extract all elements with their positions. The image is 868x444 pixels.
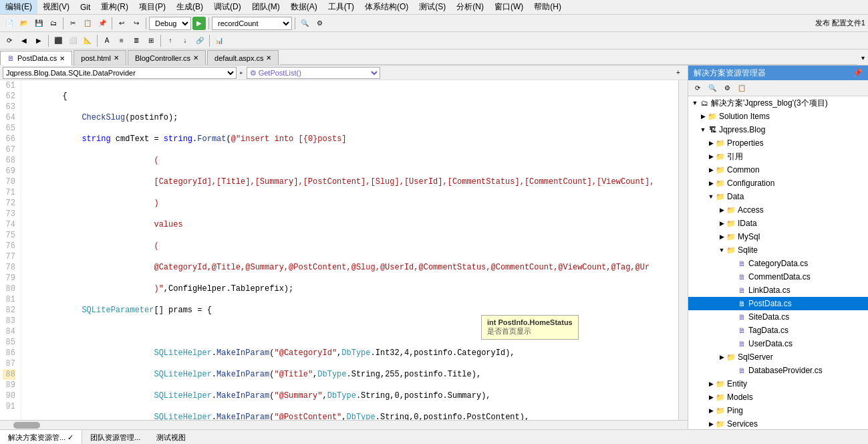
tab-postdata[interactable]: 🗎 PostData.cs ✕ (0, 51, 72, 66)
se-dbprovider[interactable]: 🗎 DatabaseProvider.cs (688, 364, 868, 377)
se-services[interactable]: ▶ 📁 Services (688, 417, 868, 429)
menu-build[interactable]: 生成(B) (171, 0, 208, 14)
menu-debug[interactable]: 调试(D) (208, 0, 247, 14)
tab-blogcontroller[interactable]: BlogController.cs ✕ (128, 50, 206, 65)
tb2-btn7[interactable]: A (100, 34, 114, 47)
menu-analyze[interactable]: 分析(N) (451, 0, 489, 14)
se-mysql[interactable]: ▶ 📁 MySql (688, 230, 868, 243)
tb2-btn14[interactable]: 📊 (212, 34, 226, 47)
se-references[interactable]: ▶ 📁 引用 (688, 150, 868, 163)
menu-project[interactable]: 项目(P) (134, 0, 171, 14)
cut-btn[interactable]: ✂ (66, 17, 80, 30)
tab-default-aspx-close[interactable]: ✕ (266, 54, 271, 62)
se-entity-arrow: ▶ (707, 380, 715, 387)
se-btn3[interactable]: ⚙ (720, 82, 734, 95)
bottom-tab-testview[interactable]: 测试视图 (148, 430, 194, 444)
run-btn[interactable]: ▶ (192, 17, 206, 30)
se-pin[interactable]: 📌 (853, 68, 863, 78)
tb2-btn4[interactable]: ⬛ (51, 34, 65, 47)
se-categorydata[interactable]: 🗎 CategoryData.cs (688, 257, 868, 270)
tb2-btn8[interactable]: ≡ (115, 34, 128, 47)
horizontal-scrollbar[interactable] (0, 420, 688, 429)
tab-default-aspx[interactable]: default.aspx.cs ✕ (207, 50, 279, 65)
menu-edit[interactable]: 编辑(E) (0, 0, 37, 14)
tb2-btn3[interactable]: ▶ (32, 34, 45, 47)
se-services-label: Services (727, 419, 758, 429)
copy-btn[interactable]: 📋 (81, 17, 94, 30)
tb2-btn13[interactable]: 🔗 (193, 34, 206, 47)
se-solution-items[interactable]: ▶ 📁 Solution Items (688, 110, 868, 123)
se-entity[interactable]: ▶ 📁 Entity (688, 377, 868, 391)
se-properties[interactable]: ▶ 📁 Properties (688, 136, 868, 150)
bottom-tab-solution[interactable]: 解决方案资源管... ✓ (0, 430, 82, 444)
editor-content: 61 62 63 64 65 66 67 68 69 70 71 72 73 7… (0, 80, 688, 420)
menu-team[interactable]: 团队(M) (247, 0, 285, 14)
tb2-btn2[interactable]: ◀ (17, 34, 31, 47)
menu-refactor[interactable]: 重构(R) (96, 0, 134, 14)
more-btn[interactable]: ⚙ (313, 17, 326, 30)
menu-test[interactable]: 测试(S) (414, 0, 451, 14)
tb2-btn12[interactable]: ↓ (178, 34, 192, 47)
tab-scroll-btn[interactable]: ▾ (857, 50, 868, 65)
undo-btn[interactable]: ↩ (115, 17, 128, 30)
tab-blogcontroller-close[interactable]: ✕ (193, 54, 198, 62)
se-btn1[interactable]: ⟳ (691, 82, 704, 95)
se-idata[interactable]: ▶ 📁 IData (688, 217, 868, 230)
se-linkdata[interactable]: 🗎 LinkData.cs (688, 284, 868, 297)
new-btn[interactable]: 📄 (3, 17, 16, 30)
tb2-btn11[interactable]: ↑ (164, 34, 177, 47)
tb2-btn9[interactable]: ≣ (130, 34, 143, 47)
se-common[interactable]: ▶ 📁 Common (688, 163, 868, 177)
menu-arch[interactable]: 体系结构(O) (359, 0, 414, 14)
save-btn[interactable]: 💾 (32, 17, 45, 30)
se-root[interactable]: ▼ 🗂 解决方案'Jqpress_blog'(3个项目) (688, 96, 868, 110)
sqlserver-folder-icon: 📁 (726, 353, 736, 362)
tb2-btn1[interactable]: ⟳ (3, 34, 16, 47)
se-btn4[interactable]: 📋 (735, 82, 748, 95)
sep8 (160, 35, 161, 47)
paste-btn[interactable]: 📌 (96, 17, 109, 30)
config-dropdown[interactable]: Debug (149, 17, 191, 30)
breadcrumb-btn[interactable]: + (672, 66, 685, 80)
bottom-tab-team[interactable]: 团队资源管理... (82, 430, 148, 444)
save-all-btn[interactable]: 🗂 (47, 17, 60, 30)
cs-file-icon2: 🗎 (736, 273, 747, 281)
se-ping[interactable]: ▶ 📁 Ping (688, 404, 868, 417)
menu-tools[interactable]: 工具(T) (323, 0, 359, 14)
se-access[interactable]: ▶ 📁 Access (688, 203, 868, 217)
menu-window[interactable]: 窗口(W) (489, 0, 529, 14)
se-sitedata[interactable]: 🗎 SiteData.cs (688, 310, 868, 324)
namespace-dropdown[interactable]: Jqpress.Blog.Data.SQLite.DataProvider (3, 67, 237, 79)
tab-postdata-close[interactable]: ✕ (59, 55, 65, 62)
redo-btn[interactable]: ↪ (130, 17, 143, 30)
method-dropdown[interactable]: recordCount (212, 17, 292, 30)
tb2-btn5[interactable]: ⬜ (66, 34, 80, 47)
se-models[interactable]: ▶ 📁 Models (688, 391, 868, 404)
se-data[interactable]: ▼ 📁 Data (688, 190, 868, 203)
tb2-btn10[interactable]: ⊞ (144, 34, 158, 47)
find-btn[interactable]: 🔍 (298, 17, 311, 30)
se-ping-label: Ping (727, 406, 743, 415)
method-select[interactable]: ⚙ GetPostList() (247, 67, 380, 79)
se-jqpress-blog[interactable]: ▼ 🏗 Jqpress.Blog (688, 123, 868, 136)
open-btn[interactable]: 📂 (17, 17, 31, 30)
se-sqlite[interactable]: ▼ 📁 Sqlite (688, 243, 868, 257)
h-scroll-thumb[interactable] (13, 422, 40, 429)
vertical-scrollbar[interactable] (678, 80, 688, 420)
se-btn2[interactable]: 🔍 (706, 82, 719, 95)
se-configuration[interactable]: ▶ 📁 Configuration (688, 177, 868, 190)
tab-bar: 🗎 PostData.cs ✕ post.html ✕ BlogControll… (0, 49, 868, 66)
menu-help[interactable]: 帮助(H) (529, 0, 567, 14)
code-content[interactable]: { CheckSlug(postinfo); string cmdText = … (21, 80, 678, 420)
tab-post-html-close[interactable]: ✕ (114, 54, 119, 62)
se-userdata[interactable]: 🗎 UserData.cs (688, 337, 868, 350)
menu-git[interactable]: Git (75, 1, 96, 13)
menu-data[interactable]: 数据(A) (285, 0, 323, 14)
se-postdata[interactable]: 🗎 PostData.cs (688, 297, 868, 310)
se-tagdata[interactable]: 🗎 TagData.cs (688, 324, 868, 337)
se-sqlserver[interactable]: ▶ 📁 SqlServer (688, 350, 868, 364)
tb2-btn6[interactable]: 📐 (81, 34, 94, 47)
se-commentdata[interactable]: 🗎 CommentData.cs (688, 270, 868, 284)
tab-post-html[interactable]: post.html ✕ (74, 50, 126, 65)
menu-view[interactable]: 视图(V) (37, 0, 75, 14)
